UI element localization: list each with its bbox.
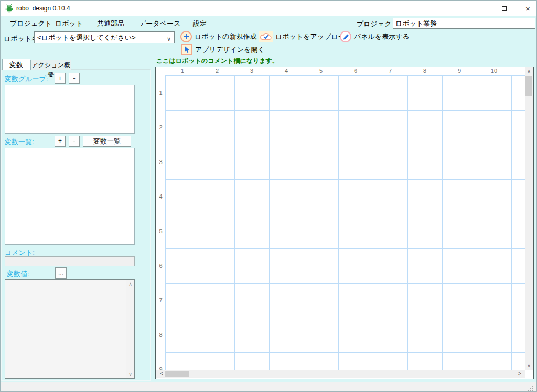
minimize-button[interactable]: –	[469, 1, 492, 16]
grid-column-label: 4	[269, 68, 304, 74]
variable-list-button[interactable]: 変数一覧	[83, 136, 131, 147]
design-grid-panel: 12345678910 123456789 ∧ ∨ < >	[155, 67, 534, 379]
variable-remove-button[interactable]: -	[69, 136, 80, 147]
plus-icon	[180, 31, 192, 42]
comment-input[interactable]	[5, 256, 135, 266]
variable-group-add-button[interactable]: +	[55, 73, 66, 84]
minimize-icon: –	[479, 4, 483, 13]
grid-column-label: 1	[165, 68, 200, 74]
variable-value-scrollbar[interactable]: ∧ ∨	[126, 280, 134, 378]
scroll-up-icon: ∧	[126, 281, 134, 287]
grid-row-label: 7	[156, 283, 165, 318]
scroll-left-icon[interactable]: <	[157, 371, 166, 376]
app-robot-icon	[5, 4, 14, 13]
grid-row-label: 4	[156, 179, 165, 214]
project-name-input[interactable]	[393, 18, 535, 29]
menu-common-parts[interactable]: 共通部品	[95, 18, 126, 29]
variable-list-label: 変数一覧:	[5, 137, 34, 147]
grid-column-label: 3	[234, 68, 269, 74]
robot-comment-hint: ここはロボットのコメント欄になります。	[156, 57, 278, 66]
grid-column-label: 2	[200, 68, 234, 74]
scroll-up-icon[interactable]: ∧	[525, 69, 533, 74]
upload-robot-button[interactable]: ロボットをアップロード	[259, 31, 352, 42]
tab-variables[interactable]: 変数	[2, 59, 30, 70]
variable-value-textarea[interactable]: ∧ ∨	[5, 279, 135, 379]
grid-column-label: 9	[442, 68, 477, 74]
open-app-design-button[interactable]: アプリデザインを開く	[181, 44, 265, 55]
close-button[interactable]: ×	[516, 1, 537, 16]
variable-add-button[interactable]: +	[55, 136, 66, 147]
grid-column-label: 10	[477, 68, 511, 74]
cursor-arrow-icon	[181, 44, 192, 55]
scroll-down-icon[interactable]: ∨	[525, 363, 533, 368]
show-panel-label: パネルを表示する	[354, 32, 410, 41]
grid-row-label: 1	[156, 75, 165, 110]
app-window: robo_design 0.10.4 – × プロジェクト ロボット 共通部品 …	[0, 0, 537, 392]
open-app-design-label: アプリデザインを開く	[195, 45, 265, 55]
grid-vertical-scrollbar[interactable]: ∧ ∨	[525, 67, 533, 370]
variable-value-ellipsis-button[interactable]: ...	[55, 267, 67, 279]
show-panel-button[interactable]: パネルを表示する	[340, 31, 410, 42]
maximize-icon	[502, 6, 507, 11]
variable-group-label: 変数グループ:	[5, 74, 48, 84]
robot-select-value: <ロボットを選択してください>	[37, 34, 136, 41]
chevron-down-icon: ∨	[167, 34, 171, 45]
grid-row-label: 8	[156, 318, 165, 352]
grid-row-label: 3	[156, 145, 165, 179]
menu-project[interactable]: プロジェクト	[8, 18, 54, 29]
robot-name-label: ロボット名	[4, 34, 38, 43]
close-icon: ×	[525, 4, 530, 13]
grid-cells[interactable]	[165, 75, 525, 370]
vertical-scroll-thumb[interactable]	[525, 76, 532, 96]
upload-cloud-icon	[259, 31, 273, 42]
new-robot-button[interactable]: ロボットの新規作成	[180, 31, 257, 42]
variable-listbox[interactable]	[5, 148, 135, 245]
resize-grip[interactable]	[528, 386, 529, 387]
robot-select-combobox[interactable]: <ロボットを選択してください> ∨	[34, 31, 175, 43]
window-title: robo_design 0.10.4	[16, 5, 70, 12]
scroll-down-icon: ∨	[126, 372, 134, 377]
horizontal-scroll-thumb[interactable]	[165, 371, 189, 377]
grid-row-label: 6	[156, 248, 165, 283]
new-robot-label: ロボットの新規作成	[195, 32, 257, 41]
menu-settings[interactable]: 設定	[191, 18, 209, 29]
grid-column-label: 8	[407, 68, 442, 74]
grid-horizontal-scrollbar[interactable]: < >	[156, 370, 525, 378]
title-bar: robo_design 0.10.4 – ×	[1, 1, 536, 16]
grid-row-label: 2	[156, 110, 165, 145]
pencil-icon	[340, 31, 351, 42]
header: プロジェクト ロボット 共通部品 データベース 設定 プロジェクト名: ロボット…	[1, 16, 536, 56]
design-grid[interactable]: 12345678910 123456789	[156, 67, 525, 370]
variable-group-listbox[interactable]	[5, 85, 135, 134]
scroll-right-icon[interactable]: >	[515, 371, 524, 376]
menu-robot[interactable]: ロボット	[53, 18, 85, 29]
maximize-button[interactable]	[492, 1, 516, 16]
sidebar: 変数 アクション概要 変数グループ: + - 変数一覧: + - 変数一覧 コメ…	[1, 56, 152, 382]
grid-row-label: 5	[156, 214, 165, 248]
status-bar	[1, 382, 536, 392]
grid-column-label: 7	[373, 68, 407, 74]
tab-action-summary[interactable]: アクション概要	[30, 60, 71, 70]
variable-value-label: 変数値:	[7, 269, 29, 279]
menu-database[interactable]: データベース	[137, 18, 182, 29]
grid-row-label: 9	[156, 352, 165, 370]
variable-group-remove-button[interactable]: -	[69, 73, 80, 84]
grid-column-label: 6	[338, 68, 373, 74]
grid-column-label: 5	[304, 68, 338, 74]
